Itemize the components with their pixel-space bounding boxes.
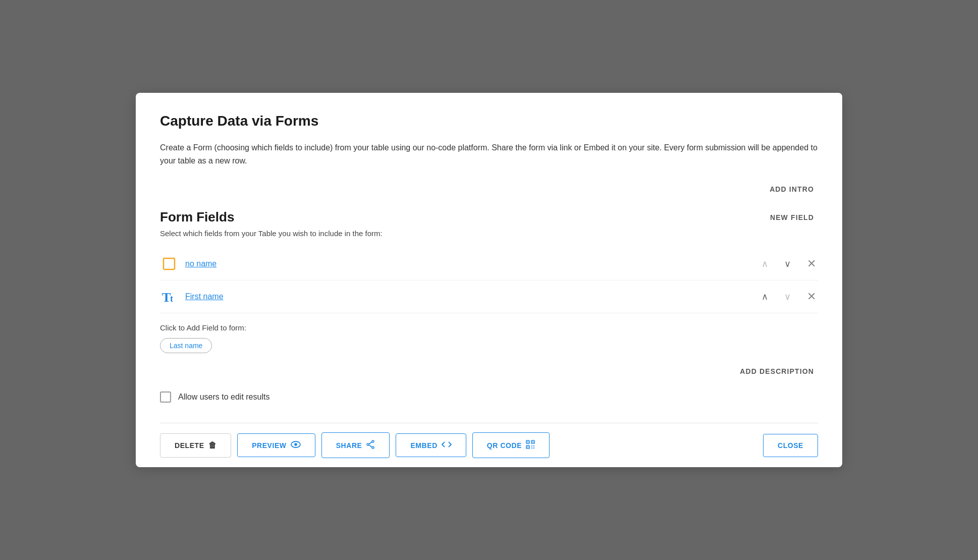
- share-label: SHARE: [336, 441, 362, 450]
- svg-rect-15: [527, 446, 528, 447]
- svg-rect-16: [531, 445, 532, 446]
- svg-text:t: t: [170, 294, 173, 304]
- add-description-button[interactable]: ADD DESCRIPTION: [736, 365, 818, 377]
- field-row-1: no name ∧ ∨ ✕: [160, 248, 818, 281]
- close-button[interactable]: CLOSE: [763, 434, 818, 457]
- svg-rect-13: [527, 441, 528, 442]
- field-2-up-button[interactable]: ∧: [759, 290, 770, 303]
- close-icon: ✕: [807, 257, 816, 270]
- svg-rect-14: [532, 441, 533, 442]
- fields-subtitle: Select which fields from your Table you …: [160, 229, 818, 238]
- chevron-down-icon: ∨: [784, 259, 791, 269]
- text-field-icon: T t: [160, 288, 178, 306]
- field-2-remove-button[interactable]: ✕: [805, 289, 818, 304]
- form-fields-title: Form Fields: [160, 209, 234, 225]
- chevron-up-icon: ∧: [762, 292, 768, 302]
- delete-label: DELETE: [175, 441, 204, 450]
- footer-bar: DELETE 🗑 PREVIEW SHARE: [160, 423, 818, 467]
- allow-edit-row: Allow users to edit results: [160, 391, 818, 403]
- chevron-up-icon: ∧: [762, 259, 768, 269]
- last-name-field-tag[interactable]: Last name: [160, 338, 212, 353]
- svg-point-4: [294, 443, 297, 446]
- add-intro-row: ADD INTRO: [160, 183, 818, 195]
- description-text: Create a Form (choosing which fields to …: [160, 141, 818, 167]
- svg-rect-19: [533, 447, 534, 449]
- allow-edit-label: Allow users to edit results: [178, 393, 269, 402]
- svg-point-5: [372, 440, 374, 442]
- field-2-down-button[interactable]: ∨: [782, 290, 793, 303]
- field-row-2: T t First name ∧ ∨ ✕: [160, 281, 818, 313]
- svg-point-7: [367, 443, 369, 445]
- close-label: CLOSE: [778, 441, 803, 450]
- trash-icon: 🗑: [208, 441, 217, 450]
- field-name-first-name[interactable]: First name: [185, 292, 759, 301]
- svg-rect-18: [531, 447, 532, 449]
- share-button[interactable]: SHARE: [321, 432, 390, 458]
- svg-line-9: [369, 445, 372, 447]
- add-description-row: ADD DESCRIPTION: [160, 365, 818, 377]
- capture-data-modal: Capture Data via Forms Create a Form (ch…: [136, 93, 842, 467]
- embed-icon: [442, 441, 452, 450]
- qr-code-icon: [526, 440, 535, 451]
- field-1-controls: ∧ ∨ ✕: [759, 256, 818, 271]
- svg-text:T: T: [162, 290, 171, 305]
- checkbox-field-icon: [160, 255, 178, 273]
- field-1-down-button[interactable]: ∨: [782, 257, 793, 270]
- svg-line-8: [369, 442, 372, 444]
- qr-code-button[interactable]: QR CODE: [472, 432, 550, 458]
- embed-button[interactable]: EMBED: [396, 433, 466, 457]
- form-fields-header: Form Fields NEW FIELD: [160, 209, 818, 225]
- eye-icon: [291, 441, 301, 450]
- new-field-button[interactable]: NEW FIELD: [766, 211, 818, 223]
- svg-point-6: [372, 446, 374, 449]
- embed-label: EMBED: [410, 441, 437, 450]
- available-fields-row: Last name: [160, 338, 818, 365]
- close-icon: ✕: [807, 290, 816, 303]
- preview-button[interactable]: PREVIEW: [237, 433, 315, 457]
- preview-label: PREVIEW: [252, 441, 287, 450]
- qr-code-label: QR CODE: [487, 441, 522, 450]
- delete-button[interactable]: DELETE 🗑: [160, 433, 231, 458]
- allow-edit-checkbox[interactable]: [160, 391, 171, 403]
- svg-rect-17: [533, 445, 534, 446]
- field-1-remove-button[interactable]: ✕: [805, 256, 818, 271]
- field-name-no-name[interactable]: no name: [185, 259, 759, 268]
- svg-rect-0: [164, 258, 175, 269]
- add-intro-button[interactable]: ADD INTRO: [766, 183, 818, 195]
- chevron-down-icon: ∨: [784, 292, 791, 302]
- field-1-up-button[interactable]: ∧: [759, 257, 770, 270]
- page-title: Capture Data via Forms: [160, 113, 818, 129]
- click-to-add-label: Click to Add Field to form:: [160, 323, 818, 332]
- share-icon: [366, 440, 375, 451]
- field-2-controls: ∧ ∨ ✕: [759, 289, 818, 304]
